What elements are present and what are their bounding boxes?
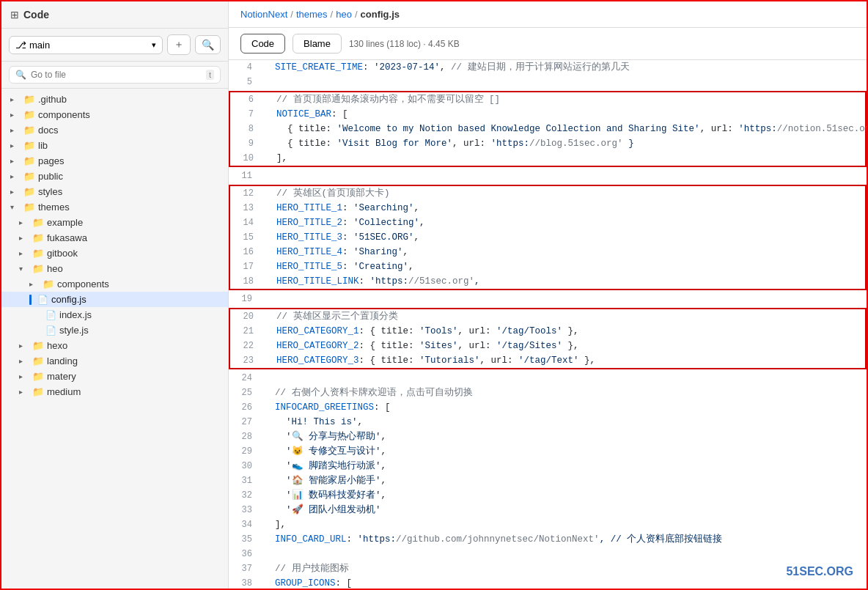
- code-section-1: 6 // 首页顶部通知条滚动内容，如不需要可以留空 []7 NOTICE_BAR…: [229, 91, 867, 167]
- branch-arrow-icon: ▾: [152, 40, 156, 50]
- sidebar-item-github[interactable]: ▸📁.github: [1, 92, 228, 107]
- folder-icon: 📁: [32, 371, 44, 382]
- expand-icon: ▸: [19, 388, 29, 396]
- tree-item-label: fukasawa: [47, 232, 87, 243]
- code-line: 26 INFOCARD_GREETINGS: [: [229, 400, 867, 415]
- expand-icon: ▸: [10, 188, 21, 196]
- line-number: 7: [230, 107, 265, 122]
- code-area[interactable]: 4 SITE_CREATE_TIME: '2023-07-14', // 建站日…: [229, 60, 867, 589]
- code-line: 22 HERO_CATEGORY_2: { title: 'Sites', ur…: [230, 339, 865, 353]
- tree-item-label: public: [38, 171, 63, 182]
- blame-tab[interactable]: Blame: [293, 34, 342, 54]
- code-line: 25 // 右侧个人资料卡牌欢迎语，点击可自动切换: [229, 386, 867, 400]
- code-icon: ⊞: [10, 9, 19, 21]
- expand-icon: ▸: [19, 342, 29, 350]
- code-line: 17 HERO_TITLE_5: 'Creating',: [230, 259, 865, 274]
- breadcrumb-heo[interactable]: heo: [336, 9, 352, 20]
- line-number: 29: [229, 444, 264, 459]
- sidebar-item-example[interactable]: ▸📁example: [1, 215, 228, 230]
- folder-icon: 📁: [32, 217, 44, 228]
- breadcrumb: NotionNext / themes / heo / config.js: [240, 9, 855, 20]
- sidebar-item-heo-components[interactable]: ▸📁components: [1, 276, 228, 292]
- code-line: 32 '📊 数码科技爱好者',: [229, 488, 867, 503]
- line-number: 28: [229, 429, 264, 444]
- sidebar-item-gitbook[interactable]: ▸📁gitbook: [1, 246, 228, 261]
- line-content: GROUP_ICONS: [: [264, 576, 867, 589]
- line-content: '🏠 智能家居小能手',: [264, 473, 867, 488]
- sidebar-item-hexo[interactable]: ▸📁hexo: [1, 338, 228, 353]
- search-bar-container: 🔍 t: [1, 62, 228, 89]
- search-input[interactable]: [31, 70, 202, 80]
- sidebar-item-medium[interactable]: ▸📁medium: [1, 384, 228, 399]
- code-line: 21 HERO_CATEGORY_1: { title: 'Tools', ur…: [230, 324, 865, 339]
- sidebar-item-index-js[interactable]: 📄index.js: [1, 307, 228, 322]
- line-content: '🚀 团队小组发动机': [264, 503, 867, 517]
- code-tab[interactable]: Code: [240, 34, 285, 54]
- sidebar-item-pages[interactable]: ▸📁pages: [1, 153, 228, 169]
- sidebar-item-landing[interactable]: ▸📁landing: [1, 353, 228, 369]
- sidebar-item-docs[interactable]: ▸📁docs: [1, 122, 228, 138]
- code-line: 35 INFO_CARD_URL: 'https://github.com/jo…: [229, 532, 867, 547]
- code-line: 33 '🚀 团队小组发动机': [229, 503, 867, 517]
- breadcrumb-themes[interactable]: themes: [296, 9, 328, 20]
- add-branch-button[interactable]: ＋: [167, 34, 191, 55]
- sidebar-item-fukasawa[interactable]: ▸📁fukasawa: [1, 230, 228, 246]
- breadcrumb-root[interactable]: NotionNext: [240, 9, 287, 20]
- expand-icon: ▸: [10, 111, 21, 119]
- line-number: 18: [230, 274, 265, 289]
- tree-item-label: lib: [38, 140, 48, 151]
- folder-icon: 📁: [43, 279, 54, 290]
- sidebar-item-lib[interactable]: ▸📁lib: [1, 138, 228, 153]
- line-content: HERO_CATEGORY_3: { title: 'Tutorials', u…: [265, 353, 865, 368]
- search-input-wrap: 🔍 t: [9, 66, 221, 84]
- branch-icon: ⎇: [15, 40, 26, 51]
- sidebar-item-public[interactable]: ▸📁public: [1, 169, 228, 184]
- sidebar-item-config-js[interactable]: 📄config.js: [1, 292, 228, 307]
- line-number: 4: [229, 60, 264, 75]
- tree-item-label: docs: [38, 125, 58, 136]
- line-content: { title: 'Visit Blog for More', url: 'ht…: [265, 136, 865, 151]
- sidebar-item-components[interactable]: ▸📁components: [1, 107, 228, 122]
- tree-item-label: .github: [38, 94, 67, 105]
- line-content: [264, 292, 867, 306]
- code-line: 28 '🔍 分享与热心帮助',: [229, 429, 867, 444]
- folder-icon: 📁: [23, 140, 35, 151]
- expand-icon: ▸: [10, 95, 21, 103]
- code-section-3: 20 // 英雄区显示三个置顶分类21 HERO_CATEGORY_1: { t…: [229, 308, 867, 369]
- line-number: 34: [229, 517, 264, 532]
- expand-icon: ▸: [29, 280, 40, 288]
- code-line: 16 HERO_TITLE_4: 'Sharing',: [230, 245, 865, 259]
- folder-icon: 📁: [23, 94, 35, 105]
- code-line: 5: [229, 75, 867, 89]
- tree-item-label: medium: [47, 386, 81, 397]
- code-line: 10 ],: [230, 151, 865, 166]
- sidebar-item-themes[interactable]: ▾📁themes: [1, 199, 228, 215]
- line-number: 31: [229, 473, 264, 488]
- file-meta: 130 lines (118 loc) · 4.45 KB: [349, 39, 460, 49]
- code-line: 37 // 用户技能图标: [229, 561, 867, 576]
- search-branch-button[interactable]: 🔍: [195, 35, 221, 54]
- code-line: 19: [229, 292, 867, 306]
- line-number: 5: [229, 75, 264, 89]
- line-content: '🔍 分享与热心帮助',: [264, 429, 867, 444]
- branch-bar: ⎇ main ▾ ＋ 🔍: [1, 29, 228, 62]
- branch-select[interactable]: ⎇ main ▾: [9, 36, 163, 54]
- tree-item-label: index.js: [59, 309, 92, 320]
- tree-item-label: gitbook: [47, 248, 78, 259]
- line-number: 26: [229, 400, 264, 415]
- sidebar-item-style-js[interactable]: 📄style.js: [1, 322, 228, 338]
- line-content: ],: [265, 151, 865, 166]
- line-number: 21: [230, 324, 265, 339]
- line-content: // 英雄区(首页顶部大卡): [265, 186, 865, 201]
- line-number: 33: [229, 503, 264, 517]
- line-content: INFOCARD_GREETINGS: [: [264, 400, 867, 415]
- line-content: 'Hi! This is',: [264, 415, 867, 429]
- code-line: 9 { title: 'Visit Blog for More', url: '…: [230, 136, 865, 151]
- main-content: NotionNext / themes / heo / config.js Co…: [229, 1, 867, 589]
- sidebar-item-matery[interactable]: ▸📁matery: [1, 369, 228, 384]
- sidebar-item-styles[interactable]: ▸📁styles: [1, 184, 228, 199]
- folder-icon: 📁: [23, 155, 35, 166]
- sidebar-item-heo[interactable]: ▾📁heo: [1, 261, 228, 276]
- folder-icon: 📁: [23, 202, 35, 213]
- line-number: 24: [229, 371, 264, 386]
